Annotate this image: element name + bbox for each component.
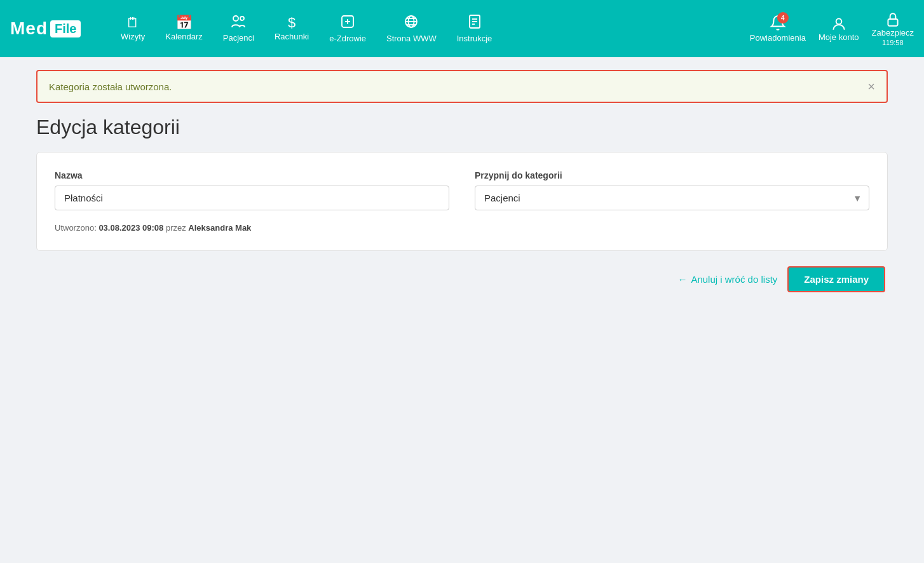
nav-right: 4 Powiadomienia Moje konto Zabezpiecz 11… [750, 11, 914, 46]
cancel-arrow-icon: ← [677, 274, 687, 285]
nav-label-kalendarz: Kalendarz [165, 32, 203, 41]
logo-box: File [50, 20, 81, 37]
kalendarz-icon: 📅 [175, 16, 193, 30]
nav-item-strona-www[interactable]: Strona WWW [377, 9, 445, 48]
page-title: Edycja kategorii [36, 116, 888, 139]
nav-item-pacjenci[interactable]: Pacjenci [214, 10, 263, 48]
nav-label-rachunki: Rachunki [275, 32, 309, 41]
instrukcje-icon [467, 14, 482, 32]
nav-item-kalendarz[interactable]: 📅 Kalendarz [156, 11, 212, 46]
form-card: Nazwa Przypnij do kategorii Pacjenci Wiz… [36, 152, 888, 251]
meta-date: 03.08.2023 09:08 [99, 223, 163, 233]
nav-items: 🗒 Wizyty 📅 Kalendarz Pacjenci $ Rachunki [112, 9, 750, 48]
nav-item-instrukcje[interactable]: Instrukcje [448, 9, 501, 48]
rachunki-icon: $ [288, 16, 296, 30]
nav-label-pacjenci: Pacjenci [223, 33, 254, 43]
nav-item-wizyty[interactable]: 🗒 Wizyty [112, 11, 154, 46]
form-group-nazwa: Nazwa [55, 170, 449, 210]
powiadomienia-label: Powiadomienia [750, 33, 806, 43]
zabezpiecz-label: Zabezpiecz [872, 28, 914, 37]
zabezpiecz-item[interactable]: Zabezpiecz 119:58 [872, 11, 914, 46]
nazwa-label: Nazwa [55, 170, 449, 180]
pacjenci-icon [231, 15, 246, 31]
alert-close-button[interactable]: × [867, 80, 875, 93]
nav-label-e-zdrowie: e-Zdrowie [329, 34, 366, 43]
przypnij-label: Przypnij do kategorii [475, 170, 869, 180]
meta-by-label: przez [166, 223, 186, 233]
form-row-main: Nazwa Przypnij do kategorii Pacjenci Wiz… [55, 170, 869, 210]
nav-item-e-zdrowie[interactable]: e-Zdrowie [320, 9, 375, 48]
meta-created-label: Utworzono: [55, 223, 97, 233]
svg-rect-15 [888, 18, 897, 25]
success-alert: Kategoria została utworzona. × [36, 70, 888, 103]
zabezpiecz-time: 119:58 [882, 39, 904, 46]
form-group-przypnij: Przypnij do kategorii Pacjenci Wizyty Ra… [475, 170, 869, 210]
przypnij-select[interactable]: Pacjenci Wizyty Rachunki Inne [475, 186, 869, 210]
przypnij-select-wrapper: Pacjenci Wizyty Rachunki Inne ▼ [475, 186, 869, 210]
alert-message: Kategoria została utworzona. [49, 81, 172, 92]
svg-point-0 [233, 16, 238, 21]
moje-konto-label: Moje konto [819, 32, 859, 42]
strona-www-icon [404, 14, 419, 32]
save-button[interactable]: Zapisz zmiany [787, 266, 885, 292]
navbar: Med File 🗒 Wizyty 📅 Kalendarz Pacjenci [0, 0, 924, 57]
cancel-label: Anuluj i wróć do listy [691, 274, 777, 285]
nav-label-strona-www: Strona WWW [386, 34, 437, 43]
powiadomienia-item[interactable]: 4 Powiadomienia [750, 15, 806, 43]
cancel-button[interactable]: ← Anuluj i wróć do listy [677, 274, 777, 285]
actions-row: ← Anuluj i wróć do listy Zapisz zmiany [36, 266, 888, 292]
logo[interactable]: Med File [10, 18, 99, 39]
nazwa-input[interactable] [55, 186, 449, 210]
main-content: Kategoria została utworzona. × Edycja ka… [17, 57, 907, 305]
svg-point-1 [240, 17, 244, 20]
e-zdrowie-icon [340, 14, 355, 32]
nav-label-instrukcje: Instrukcje [457, 34, 493, 43]
moje-konto-item[interactable]: Moje konto [819, 16, 859, 42]
form-meta: Utworzono: 03.08.2023 09:08 przez Aleksa… [55, 223, 869, 233]
nav-label-wizyty: Wizyty [121, 32, 145, 41]
svg-point-14 [836, 18, 841, 24]
wizyty-icon: 🗒 [126, 16, 140, 30]
notification-badge: 4 [777, 12, 789, 24]
nav-item-rachunki[interactable]: $ Rachunki [266, 11, 318, 46]
logo-text: Med [10, 18, 48, 39]
meta-author: Aleksandra Mak [188, 223, 251, 233]
